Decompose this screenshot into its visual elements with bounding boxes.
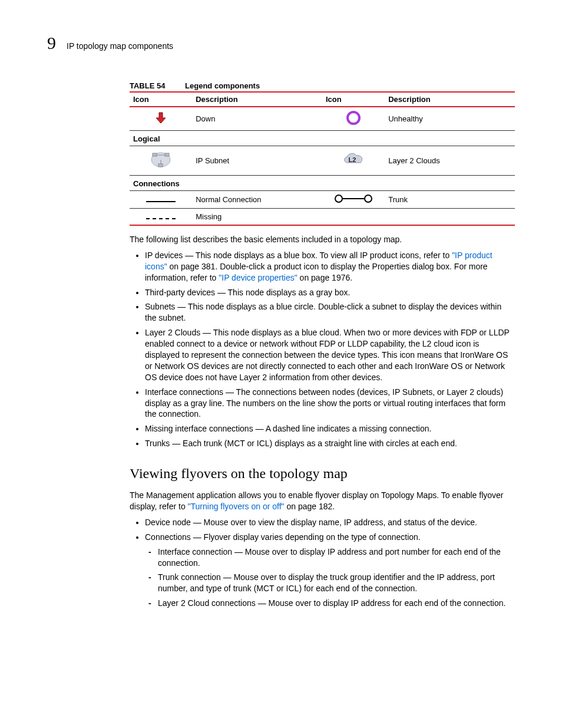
flyover-sublist: Interface connection — Mouse over to dis… bbox=[145, 546, 515, 609]
connections-section: Connections bbox=[130, 176, 515, 191]
normal-connection-label: Normal Connection bbox=[192, 191, 322, 209]
svg-rect-2 bbox=[165, 153, 169, 156]
list-item: Trunk connection — Mouse over to display… bbox=[158, 572, 515, 594]
list-item: Trunks — Each trunk (MCT or ICL) display… bbox=[145, 438, 515, 449]
table-caption: TABLE 54 Legend components bbox=[130, 81, 515, 90]
list-item: Subnets — This node displays as a blue c… bbox=[145, 301, 515, 324]
svg-text:L2: L2 bbox=[349, 156, 356, 163]
page-header: 9 IP topology map components bbox=[47, 33, 515, 53]
down-arrow-icon bbox=[130, 107, 192, 131]
col-desc-2: Description bbox=[385, 92, 515, 107]
list-item: Layer 2 Cloud connections — Mouse over t… bbox=[158, 598, 515, 609]
missing-connection-icon bbox=[130, 209, 192, 226]
normal-connection-icon bbox=[130, 191, 192, 209]
col-desc-1: Description bbox=[192, 92, 322, 107]
legend-table: Icon Description Icon Description Down U… bbox=[130, 91, 515, 226]
svg-rect-1 bbox=[153, 153, 157, 156]
trunk-icon bbox=[322, 191, 385, 209]
ip-subnet-icon bbox=[130, 146, 192, 176]
col-icon-1: Icon bbox=[130, 92, 192, 107]
down-label: Down bbox=[192, 107, 322, 131]
list-item: Third-party devices — This node displays… bbox=[145, 287, 515, 298]
list-item: Layer 2 Clouds — This node displays as a… bbox=[145, 327, 515, 383]
flyover-list: Device node — Mouse over to view the dis… bbox=[130, 517, 515, 609]
header-title: IP topology map components bbox=[67, 41, 173, 51]
list-item: Interface connection — Mouse over to dis… bbox=[158, 546, 515, 569]
list-item: IP devices — This node displays as a blu… bbox=[145, 250, 515, 284]
list-item: Interface connections — The connections … bbox=[145, 387, 515, 420]
ip-subnet-label: IP Subnet bbox=[192, 146, 322, 176]
list-item: Device node — Mouse over to view the dis… bbox=[145, 517, 515, 528]
list-item: Missing interface connections — A dashed… bbox=[145, 423, 515, 434]
svg-rect-3 bbox=[158, 164, 163, 167]
section-heading: Viewing flyovers on the topology map bbox=[130, 466, 515, 482]
l2-cloud-icon: L2 bbox=[322, 146, 385, 176]
chapter-number: 9 bbox=[47, 33, 56, 53]
list-item: Connections — Flyover display varies dep… bbox=[145, 532, 515, 609]
l2-cloud-label: Layer 2 Clouds bbox=[385, 146, 515, 176]
table-number: TABLE 54 bbox=[130, 81, 165, 90]
flyover-paragraph: The Management application allows you to… bbox=[130, 490, 515, 512]
intro-paragraph: The following list describes the basic e… bbox=[130, 234, 515, 245]
unhealthy-icon bbox=[322, 107, 385, 131]
elements-list: IP devices — This node displays as a blu… bbox=[130, 250, 515, 449]
col-icon-2: Icon bbox=[322, 92, 385, 107]
trunk-label: Trunk bbox=[385, 191, 515, 209]
ip-device-properties-link[interactable]: "IP device properties" bbox=[219, 273, 297, 282]
unhealthy-label: Unhealthy bbox=[385, 107, 515, 131]
table-title: Legend components bbox=[185, 81, 260, 90]
turning-flyovers-link[interactable]: "Turning flyovers on or off" bbox=[188, 502, 285, 511]
missing-label: Missing bbox=[192, 209, 322, 226]
logical-section: Logical bbox=[130, 131, 515, 146]
